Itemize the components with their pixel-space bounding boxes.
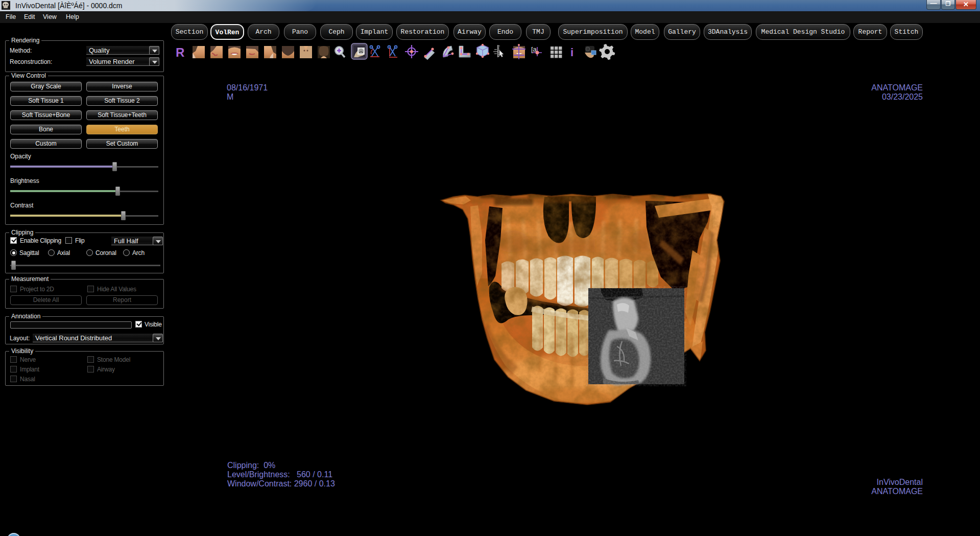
svg-text:R: R bbox=[176, 45, 184, 59]
svg-text:i: i bbox=[570, 46, 573, 59]
